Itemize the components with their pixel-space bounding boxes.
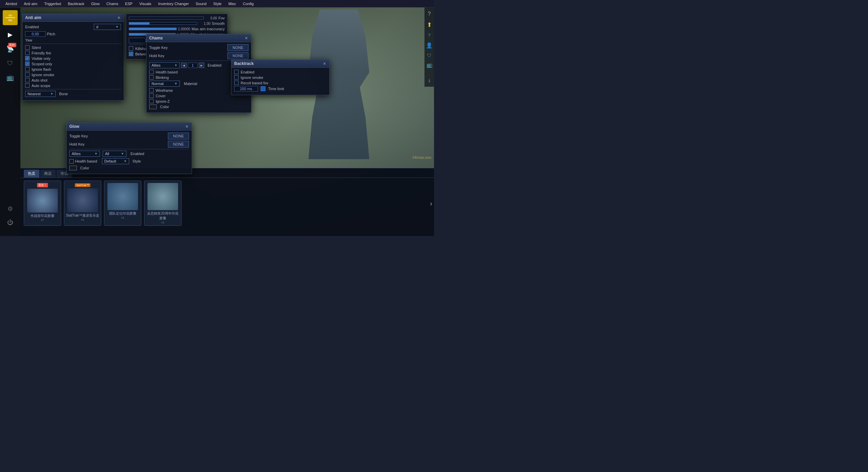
glow-hold-row: Hold Key NONE [69, 141, 189, 148]
smooth-label: Smooth [212, 21, 225, 26]
backtrack-smoke-label: Ignore smoke [241, 75, 263, 80]
backtrack-time-limit-label: Time limit [268, 87, 284, 91]
chams-allies-dropdown[interactable]: Allies ▼ [149, 62, 180, 68]
menu-item-aimbot[interactable]: Aimbot [3, 1, 20, 6]
fov-slider[interactable] [129, 17, 204, 19]
glow-color-swatch[interactable] [69, 166, 77, 170]
chams-title: Chams [149, 36, 163, 40]
sidebar-news-icon[interactable]: 📡 最新! [3, 42, 17, 56]
glow-toggle-button[interactable]: NONE [168, 133, 189, 139]
watermark: ©Krnse.com [413, 156, 431, 159]
ignore-smoke-label: Ignore smoke [32, 73, 54, 77]
sidebar-tv-icon[interactable]: 📺 [3, 71, 17, 84]
chams-hold-button[interactable]: NONE [227, 52, 248, 59]
tab-hot[interactable]: 热卖 [24, 170, 39, 178]
visible-only-row: Visible only [25, 56, 121, 61]
backtrack-header: Backtrack × [231, 60, 329, 68]
between-shots-checkbox[interactable] [129, 52, 133, 56]
ignore-flash-checkbox[interactable] [25, 67, 30, 71]
menu-item-triggerbot[interactable]: Triggerbot [41, 1, 64, 6]
backtrack-close-button[interactable]: × [323, 61, 327, 66]
auto-shot-checkbox[interactable] [25, 78, 30, 82]
glow-allies-dropdown[interactable]: Allies ▼ [69, 151, 100, 157]
chams-normal-arrow-icon: ▼ [174, 82, 177, 85]
scoped-only-checkbox[interactable] [25, 62, 30, 66]
backtrack-recoil-row: Recoil based fov [234, 81, 327, 85]
ignore-smoke-checkbox[interactable] [25, 72, 30, 77]
menu-item-misc[interactable]: Misc [226, 1, 239, 6]
enabled-value: d [96, 25, 98, 29]
chams-wireframe-checkbox[interactable] [149, 88, 154, 92]
backtrack-enabled-row: Enabled [234, 70, 327, 74]
chams-nav-prev[interactable]: ◄ [181, 63, 187, 68]
chams-normal-dropdown[interactable]: Normal ▼ [149, 81, 180, 87]
backtrack-time-checkbox[interactable] [261, 86, 265, 91]
chams-color-swatch[interactable] [149, 104, 157, 109]
sidebar-settings-icon[interactable]: ⚙ [3, 202, 17, 216]
item2-name: StatTrak™激进音乐盒 [66, 213, 100, 218]
sidebar-badge: 最新! [8, 43, 16, 47]
enabled-dropdown[interactable]: d ▼ [94, 24, 121, 30]
menu-item-backtrack[interactable]: Backtrack [65, 1, 87, 6]
silent-checkbox[interactable] [25, 45, 30, 50]
menu-item-config[interactable]: Config [240, 1, 257, 6]
store-item-4[interactable]: 反恐精英20周年印花胶囊 v1 [144, 181, 181, 226]
menu-item-style[interactable]: Style [211, 1, 224, 6]
backtrack-smoke-checkbox[interactable] [234, 75, 239, 80]
help-icon[interactable]: ? [428, 33, 431, 38]
menu-item-chams[interactable]: Chams [104, 1, 121, 6]
backtrack-enabled-checkbox[interactable] [234, 70, 239, 74]
menu-item-glow[interactable]: Glow [88, 1, 102, 6]
fov-row: 0.00 Fov [129, 16, 225, 20]
pitch-input[interactable]: 0.00 [25, 31, 46, 37]
glow-allies-label: Allies [72, 152, 81, 156]
glow-health-style-row: Health based Default ▼ Style [69, 158, 189, 164]
chams-nav-value: 1 [188, 63, 197, 68]
max-aim-slider[interactable] [129, 28, 177, 30]
antiaim-close-button[interactable]: × [117, 15, 121, 20]
menu-item-sound[interactable]: Sound [193, 1, 209, 6]
menu-item-inventory[interactable]: Inventory Changer [155, 1, 192, 6]
tab-shop[interactable]: 商店 [40, 170, 56, 178]
csgo-bottom: 热卖 商店 市场 最新！ 作战室印花胶囊 v7 StatTrak™ StatTr… [20, 168, 434, 236]
killshot-label: Killshot [135, 47, 147, 51]
chams-ignorez-checkbox[interactable] [149, 99, 154, 103]
chams-toggle-button[interactable]: NONE [227, 44, 248, 51]
menu-item-esp[interactable]: ESP [122, 1, 135, 6]
backtrack-recoil-checkbox[interactable] [234, 81, 239, 85]
store-item-3[interactable]: 团队定位印花胶囊 v1 [104, 181, 141, 226]
chams-cover-checkbox[interactable] [149, 94, 154, 98]
scroll-right-button[interactable]: › [430, 199, 432, 207]
sidebar-play-icon[interactable]: ▶ [3, 28, 17, 41]
sidebar-shield-icon[interactable]: 🛡 [3, 56, 17, 70]
sidebar-power-icon[interactable]: ⏻ [3, 216, 17, 229]
chams-allies-label: Allies [152, 63, 160, 67]
backtrack-time-input[interactable]: 200 ms [234, 86, 258, 91]
smooth-slider[interactable] [129, 22, 197, 25]
killshot-checkbox[interactable] [129, 46, 133, 51]
chams-blinking-checkbox[interactable] [149, 75, 154, 80]
chams-health-checkbox[interactable] [149, 70, 154, 74]
chams-hold-label: Hold Key [149, 54, 164, 58]
svg-text:CS: CS [8, 14, 12, 17]
nearest-dropdown[interactable]: Nearest ▼ [25, 91, 56, 97]
chams-color-row: Color [149, 104, 248, 109]
chams-close-button[interactable]: × [244, 36, 248, 40]
item1-image [27, 189, 58, 213]
menu-item-visuals[interactable]: Visuals [137, 1, 154, 6]
glow-all-dropdown[interactable]: All ▼ [103, 151, 126, 157]
glow-close-button[interactable]: × [185, 124, 189, 129]
menu-item-antiaim[interactable]: Anti aim [21, 1, 40, 6]
friendly-fire-checkbox[interactable] [25, 51, 30, 55]
visible-only-checkbox[interactable] [25, 56, 30, 61]
auto-scope-checkbox[interactable] [25, 83, 30, 88]
glow-hold-button[interactable]: NONE [168, 141, 189, 148]
glow-all-label: All [105, 152, 109, 156]
chams-nav-next[interactable]: ► [199, 63, 204, 68]
store-item-2[interactable]: StatTrak™ StatTrak™激进音乐盒 v1 [64, 181, 101, 226]
auto-scope-row: Auto scope [25, 83, 121, 88]
store-item-1[interactable]: 最新！ 作战室印花胶囊 v7 [24, 181, 61, 226]
question-icon[interactable]: ? [428, 11, 431, 17]
glow-health-checkbox[interactable] [69, 159, 74, 164]
glow-default-dropdown[interactable]: Default ▼ [102, 158, 129, 164]
